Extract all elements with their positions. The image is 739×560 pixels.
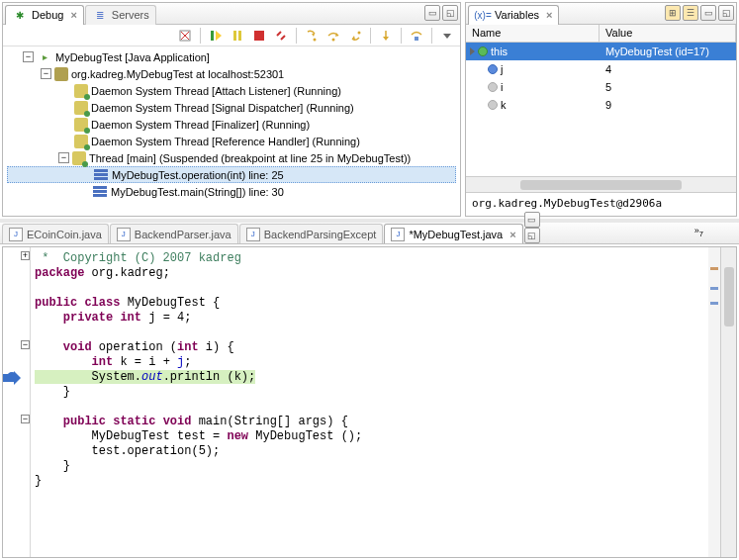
tab-label: Servers bbox=[112, 9, 149, 21]
variable-row[interactable]: k 9 bbox=[466, 96, 736, 114]
horizontal-scrollbar[interactable] bbox=[466, 176, 736, 192]
maximize-button[interactable]: ◱ bbox=[718, 5, 734, 21]
code-editor[interactable]: * Copyright (C) 2007 kadreg package org.… bbox=[31, 247, 708, 557]
tree-thread[interactable]: Daemon System Thread [Attach Listener] (… bbox=[7, 82, 456, 99]
editor-gutter[interactable]: + − − bbox=[3, 247, 31, 557]
tab-label: Variables bbox=[495, 9, 539, 21]
remove-terminated-icon[interactable] bbox=[176, 27, 194, 45]
tree-thread[interactable]: Daemon System Thread [Signal Dispatcher]… bbox=[7, 99, 456, 116]
svg-marker-8 bbox=[312, 34, 315, 37]
collapse-icon[interactable]: − bbox=[58, 152, 69, 163]
editor-tab[interactable]: JBackendParsingExcept bbox=[239, 224, 384, 243]
svg-point-13 bbox=[358, 31, 361, 34]
close-icon[interactable]: × bbox=[70, 9, 76, 21]
tree-thread[interactable]: Daemon System Thread [Finalizer] (Runnin… bbox=[7, 116, 456, 133]
tree-launch-config[interactable]: − ▸ MyDebugTest [Java Application] bbox=[7, 48, 456, 65]
maximize-button[interactable]: ◱ bbox=[524, 228, 540, 243]
view-menu-icon[interactable] bbox=[438, 27, 456, 45]
tree-thread-suspended[interactable]: −Thread [main] (Suspended (breakpoint at… bbox=[7, 149, 456, 166]
vm-icon bbox=[54, 67, 68, 81]
disconnect-icon[interactable] bbox=[272, 27, 290, 45]
collapse-icon[interactable]: − bbox=[23, 51, 34, 62]
tab-variables[interactable]: (x)= Variables × bbox=[468, 5, 559, 25]
step-over-icon[interactable] bbox=[324, 27, 342, 45]
collapse-icon[interactable]: − bbox=[41, 68, 51, 79]
frame-icon bbox=[94, 173, 108, 176]
svg-marker-16 bbox=[443, 34, 451, 39]
thread-icon bbox=[74, 135, 88, 148]
java-file-icon: J bbox=[246, 228, 260, 241]
tab-debug[interactable]: ✱ Debug × bbox=[5, 5, 84, 25]
java-file-icon: J bbox=[391, 228, 405, 241]
svg-rect-7 bbox=[254, 31, 264, 41]
overview-ruler[interactable] bbox=[708, 247, 720, 557]
logical-structure-button[interactable]: ☰ bbox=[683, 5, 698, 21]
svg-point-9 bbox=[314, 38, 317, 41]
overview-mark-icon bbox=[710, 287, 718, 290]
resume-icon[interactable] bbox=[207, 27, 225, 45]
tree-vm[interactable]: − org.kadreg.MyDebugTest at localhost:52… bbox=[7, 65, 456, 82]
overview-mark-icon bbox=[710, 267, 718, 270]
local-icon bbox=[488, 100, 498, 110]
minimize-button[interactable]: ▭ bbox=[700, 5, 716, 21]
svg-marker-4 bbox=[216, 31, 222, 41]
servers-icon: ≣ bbox=[92, 7, 108, 23]
vertical-scrollbar[interactable] bbox=[720, 247, 736, 557]
thread-icon bbox=[72, 151, 86, 165]
variable-detail-pane[interactable]: org.kadreg.MyDebugTest@d2906a bbox=[466, 192, 736, 216]
more-tabs-indicator[interactable]: »7 bbox=[694, 226, 703, 238]
svg-rect-5 bbox=[233, 31, 236, 41]
fold-expand-icon[interactable]: + bbox=[21, 251, 30, 260]
editor-tab[interactable]: JECoinCoin.java bbox=[2, 224, 109, 243]
minimize-button[interactable]: ▭ bbox=[524, 212, 540, 228]
tree-thread[interactable]: Daemon System Thread [Reference Handler]… bbox=[7, 133, 456, 149]
this-icon bbox=[478, 47, 488, 56]
thread-icon bbox=[74, 101, 88, 115]
fold-collapse-icon[interactable]: − bbox=[21, 415, 30, 423]
variables-icon: (x)= bbox=[475, 7, 491, 23]
svg-marker-14 bbox=[383, 37, 389, 41]
step-into-icon[interactable] bbox=[303, 27, 321, 45]
svg-rect-15 bbox=[415, 37, 418, 41]
field-icon bbox=[488, 64, 498, 74]
instruction-pointer-icon bbox=[2, 374, 14, 382]
drop-frame-icon[interactable] bbox=[377, 27, 395, 45]
tab-servers[interactable]: ≣ Servers bbox=[85, 5, 156, 25]
svg-rect-6 bbox=[238, 31, 241, 41]
svg-point-11 bbox=[332, 38, 335, 41]
thread-icon bbox=[74, 118, 88, 132]
editor-tab[interactable]: JBackendParser.java bbox=[110, 224, 238, 243]
step-return-icon[interactable] bbox=[346, 27, 364, 45]
stack-frame[interactable]: MyDebugTest.main(String[]) line: 30 bbox=[7, 183, 456, 200]
variables-table[interactable]: this MyDebugTest (id=17) j 4 i 5 k 9 bbox=[466, 43, 736, 176]
show-type-names-button[interactable]: ⊞ bbox=[665, 5, 681, 21]
java-file-icon: J bbox=[117, 228, 131, 241]
variable-row-this[interactable]: this MyDebugTest (id=17) bbox=[466, 43, 736, 60]
expand-icon[interactable] bbox=[470, 47, 475, 55]
run-icon: ▸ bbox=[37, 49, 52, 65]
step-filters-icon[interactable] bbox=[408, 27, 425, 45]
terminate-icon[interactable] bbox=[250, 27, 268, 45]
variable-row[interactable]: i 5 bbox=[466, 78, 736, 96]
bug-icon: ✱ bbox=[12, 7, 28, 23]
variable-row[interactable]: j 4 bbox=[466, 60, 736, 78]
fold-collapse-icon[interactable]: − bbox=[21, 340, 30, 349]
column-name-header[interactable]: Name bbox=[466, 25, 600, 42]
close-icon[interactable]: × bbox=[509, 229, 515, 240]
suspend-icon[interactable] bbox=[229, 27, 246, 45]
debug-tree[interactable]: − ▸ MyDebugTest [Java Application] − org… bbox=[3, 47, 460, 216]
stack-frame-selected[interactable]: MyDebugTest.operation(int) line: 25 bbox=[7, 166, 456, 183]
java-file-icon: J bbox=[9, 228, 23, 241]
overview-mark-icon bbox=[710, 302, 718, 305]
local-icon bbox=[488, 82, 498, 92]
maximize-button[interactable]: ◱ bbox=[442, 5, 458, 21]
thread-icon bbox=[74, 84, 88, 98]
frame-icon bbox=[93, 190, 107, 193]
editor-tab-active[interactable]: J*MyDebugTest.java× bbox=[384, 224, 522, 243]
close-icon[interactable]: × bbox=[546, 9, 552, 21]
tab-label: Debug bbox=[32, 9, 63, 21]
svg-rect-3 bbox=[211, 31, 214, 41]
column-value-header[interactable]: Value bbox=[600, 25, 736, 42]
minimize-button[interactable]: ▭ bbox=[424, 5, 440, 21]
